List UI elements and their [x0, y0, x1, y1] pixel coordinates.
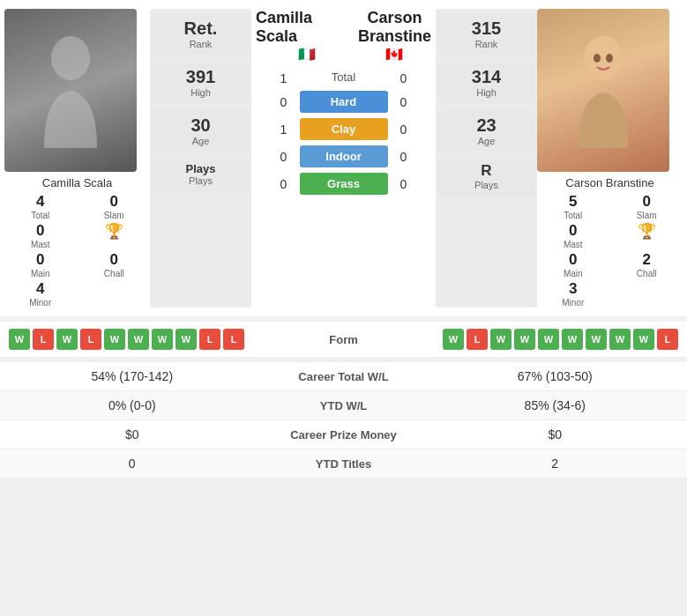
- form-badge-l: L: [657, 329, 678, 350]
- career-wl-left: 54% (170-142): [9, 369, 256, 383]
- ytd-wl-row: 0% (0-0) YTD W/L 85% (34-6): [0, 391, 687, 420]
- form-badge-w: W: [586, 329, 607, 350]
- left-trophy: 🏆: [78, 222, 151, 249]
- form-badge-l: L: [467, 329, 488, 350]
- left-player-name: Camilla Scala: [4, 176, 150, 189]
- ytd-wl-label: YTD W/L: [256, 399, 432, 412]
- grass-row: 0 Grass 0: [256, 173, 431, 195]
- titles-left: 0: [9, 456, 256, 471]
- hard-btn: Hard: [300, 91, 388, 113]
- left-rank-card: Ret. Rank: [153, 13, 250, 55]
- right-high-card: 314 High: [438, 62, 535, 103]
- right-age-card: 23 Age: [438, 110, 535, 152]
- career-wl-label: Career Total W/L: [256, 370, 432, 383]
- right-flag: 🇨🇦: [358, 46, 431, 63]
- prize-left: $0: [9, 427, 256, 442]
- clay-btn: Clay: [300, 118, 388, 140]
- form-badge-l: L: [223, 329, 244, 350]
- center-surfaces: Camilla Scala 🇮🇹 Carson Branstine 🇨🇦 1 T…: [251, 9, 436, 308]
- form-badge-l: L: [80, 329, 101, 350]
- ytd-wl-right: 85% (34-6): [432, 398, 679, 412]
- form-badge-w: W: [152, 329, 173, 350]
- left-stat-mast: 0 Mast: [4, 222, 77, 249]
- indoor-btn: Indoor: [300, 145, 388, 167]
- left-player-photo: [4, 9, 137, 172]
- titles-row: 0 YTD Titles 2: [0, 449, 687, 479]
- form-badge-w: W: [562, 329, 583, 350]
- right-stat-minor: 3 Minor: [537, 280, 609, 308]
- form-badge-w: W: [490, 329, 512, 350]
- main-container: Camilla Scala 4 Total 0 Slam 0 Mast 🏆: [0, 0, 687, 479]
- right-header-name: Carson Branstine 🇨🇦: [358, 9, 431, 63]
- right-rank-card: 315 Rank: [438, 13, 535, 55]
- titles-label: YTD Titles: [256, 457, 432, 471]
- svg-point-2: [594, 54, 601, 63]
- left-stat-main: 0 Main: [4, 251, 77, 278]
- prize-label: Career Prize Money: [256, 428, 432, 442]
- form-badge-w: W: [443, 329, 464, 350]
- comparison-row: Camilla Scala 4 Total 0 Slam 0 Mast 🏆: [0, 0, 687, 316]
- indoor-row: 0 Indoor 0: [256, 145, 431, 167]
- right-stat-total: 5 Total: [537, 193, 609, 220]
- form-badge-w: W: [9, 329, 30, 350]
- clay-row: 1 Clay 0: [256, 118, 431, 140]
- left-form-badges: WLWLWWWWLL: [9, 329, 244, 350]
- grass-btn: Grass: [300, 173, 388, 195]
- right-stat-chall: 2 Chall: [611, 251, 683, 278]
- left-stat-total: 4 Total: [4, 193, 77, 220]
- right-player-name: Carson Branstine: [537, 176, 683, 189]
- left-stat-chall: 0 Chall: [78, 251, 151, 278]
- right-stat-slam: 0 Slam: [611, 193, 683, 220]
- form-badge-w: W: [104, 329, 125, 350]
- left-stat-minor: 4 Minor: [4, 280, 77, 308]
- right-form-badges: WLWWWWWWWL: [443, 329, 678, 350]
- titles-right: 2: [432, 456, 679, 471]
- form-badge-w: W: [538, 329, 559, 350]
- right-trophy: 🏆: [611, 222, 683, 249]
- career-wl-row: 54% (170-142) Career Total W/L 67% (103-…: [0, 362, 687, 391]
- career-wl-right: 67% (103-50): [432, 369, 679, 383]
- left-plays-card: Plays Plays: [153, 159, 250, 193]
- left-mini-stats: 4 Total 0 Slam 0 Mast 🏆 0 Main: [4, 193, 150, 308]
- form-badge-w: W: [175, 329, 197, 350]
- left-high-card: 391 High: [153, 62, 250, 103]
- right-plays-card: R Plays: [438, 159, 535, 197]
- svg-point-1: [584, 36, 623, 80]
- ytd-wl-left: 0% (0-0): [9, 398, 256, 412]
- hard-row: 0 Hard 0: [256, 91, 431, 113]
- prize-row: $0 Career Prize Money $0: [0, 420, 687, 449]
- left-stats-panel: Ret. Rank 391 High 30 Age Plays Plays: [150, 9, 251, 308]
- right-stat-mast: 0 Mast: [537, 222, 609, 249]
- form-badge-l: L: [33, 329, 54, 350]
- form-section: WLWLWWWWLL Form WLWWWWWWWL: [0, 316, 687, 357]
- form-badge-w: W: [128, 329, 149, 350]
- left-player-card: Camilla Scala 4 Total 0 Slam 0 Mast 🏆: [4, 9, 150, 308]
- form-badge-w: W: [56, 329, 78, 350]
- right-mini-stats: 5 Total 0 Slam 0 Mast 🏆 0 Main: [537, 193, 683, 308]
- form-badge-w: W: [633, 329, 654, 350]
- stats-table: 54% (170-142) Career Total W/L 67% (103-…: [0, 357, 687, 479]
- svg-point-3: [606, 54, 613, 63]
- left-flag: 🇮🇹: [256, 46, 358, 63]
- left-header-name: Camilla Scala 🇮🇹: [256, 9, 358, 63]
- right-player-card: Carson Branstine 5 Total 0 Slam 0 Mast 🏆: [537, 9, 683, 308]
- left-age-card: 30 Age: [153, 110, 250, 152]
- right-stats-panel: 315 Rank 314 High 23 Age R Plays: [436, 9, 537, 308]
- total-row: 1 Total 0: [256, 71, 431, 85]
- right-player-photo: [537, 9, 669, 172]
- form-badge-l: L: [199, 329, 220, 350]
- left-stat-slam: 0 Slam: [78, 193, 151, 220]
- form-badge-w: W: [609, 329, 631, 350]
- right-stat-main: 0 Main: [537, 251, 609, 278]
- form-label: Form: [329, 333, 358, 346]
- form-badge-w: W: [514, 329, 535, 350]
- svg-point-0: [51, 36, 90, 80]
- prize-right: $0: [432, 427, 679, 442]
